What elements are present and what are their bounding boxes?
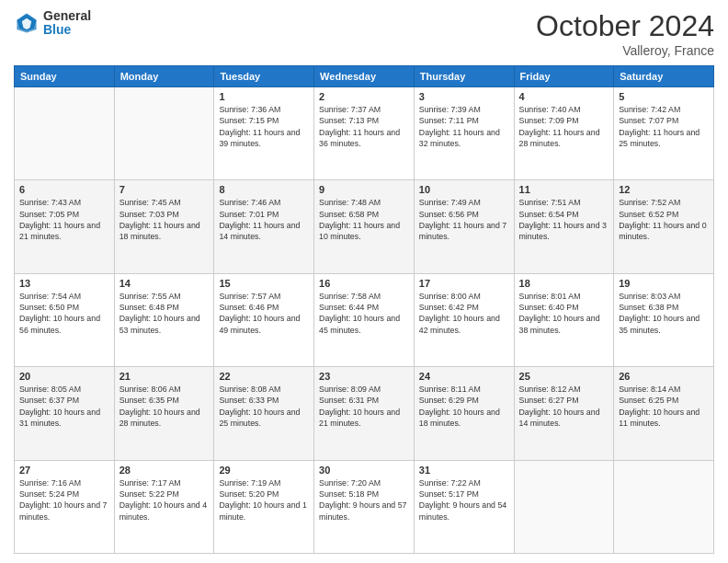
day-number: 13	[19, 278, 109, 289]
table-row: 18Sunrise: 8:01 AMSunset: 6:40 PMDayligh…	[514, 273, 614, 366]
table-row: 29Sunrise: 7:19 AMSunset: 5:20 PMDayligh…	[214, 460, 314, 553]
day-detail: Sunrise: 7:19 AMSunset: 5:20 PMDaylight:…	[219, 477, 309, 523]
day-detail: Sunrise: 7:16 AMSunset: 5:24 PMDaylight:…	[19, 477, 109, 523]
col-saturday: Saturday	[614, 66, 714, 87]
day-detail: Sunrise: 8:06 AMSunset: 6:35 PMDaylight:…	[119, 384, 210, 429]
logo-blue-text: Blue	[43, 23, 91, 37]
day-detail: Sunrise: 7:54 AMSunset: 6:50 PMDaylight:…	[19, 291, 109, 336]
day-number: 7	[119, 184, 210, 195]
location: Valleroy, France	[536, 43, 714, 58]
day-detail: Sunrise: 7:17 AMSunset: 5:22 PMDaylight:…	[119, 477, 210, 523]
day-detail: Sunrise: 7:20 AMSunset: 5:18 PMDaylight:…	[319, 477, 409, 523]
day-number: 28	[119, 465, 210, 476]
table-row: 5Sunrise: 7:42 AMSunset: 7:07 PMDaylight…	[614, 87, 714, 180]
table-row: 8Sunrise: 7:46 AMSunset: 7:01 PMDaylight…	[214, 180, 314, 273]
day-number: 11	[519, 184, 609, 195]
day-number: 3	[419, 91, 509, 102]
table-row: 23Sunrise: 8:09 AMSunset: 6:31 PMDayligh…	[314, 367, 415, 460]
table-row	[614, 460, 714, 553]
day-number: 14	[119, 278, 210, 289]
table-row	[15, 87, 115, 180]
page: General Blue October 2024 Valleroy, Fran…	[0, 0, 728, 563]
table-row: 16Sunrise: 7:58 AMSunset: 6:44 PMDayligh…	[314, 273, 415, 366]
table-row: 14Sunrise: 7:55 AMSunset: 6:48 PMDayligh…	[114, 273, 214, 366]
header-row: Sunday Monday Tuesday Wednesday Thursday…	[15, 66, 714, 87]
table-row: 9Sunrise: 7:48 AMSunset: 6:58 PMDaylight…	[314, 180, 415, 273]
calendar-week-row: 6Sunrise: 7:43 AMSunset: 7:05 PMDaylight…	[15, 180, 714, 273]
table-row: 1Sunrise: 7:36 AMSunset: 7:15 PMDaylight…	[214, 87, 314, 180]
month-title: October 2024	[536, 9, 714, 43]
day-detail: Sunrise: 8:12 AMSunset: 6:27 PMDaylight:…	[519, 384, 609, 429]
day-detail: Sunrise: 7:51 AMSunset: 6:54 PMDaylight:…	[519, 197, 609, 242]
day-number: 17	[419, 278, 509, 289]
day-detail: Sunrise: 8:00 AMSunset: 6:42 PMDaylight:…	[419, 291, 509, 336]
day-detail: Sunrise: 7:36 AMSunset: 7:15 PMDaylight:…	[219, 104, 309, 149]
day-number: 16	[319, 278, 409, 289]
day-number: 25	[519, 371, 609, 382]
day-number: 2	[319, 91, 409, 102]
day-number: 26	[619, 371, 709, 382]
day-number: 4	[519, 91, 609, 102]
table-row: 4Sunrise: 7:40 AMSunset: 7:09 PMDaylight…	[514, 87, 614, 180]
day-detail: Sunrise: 7:43 AMSunset: 7:05 PMDaylight:…	[19, 197, 109, 242]
calendar-week-row: 1Sunrise: 7:36 AMSunset: 7:15 PMDaylight…	[15, 87, 714, 180]
day-detail: Sunrise: 8:08 AMSunset: 6:33 PMDaylight:…	[219, 384, 309, 429]
table-row	[514, 460, 614, 553]
table-row: 20Sunrise: 8:05 AMSunset: 6:37 PMDayligh…	[15, 367, 115, 460]
table-row: 7Sunrise: 7:45 AMSunset: 7:03 PMDaylight…	[114, 180, 214, 273]
day-detail: Sunrise: 7:55 AMSunset: 6:48 PMDaylight:…	[119, 291, 210, 336]
logo: General Blue	[14, 9, 91, 38]
day-detail: Sunrise: 8:11 AMSunset: 6:29 PMDaylight:…	[419, 384, 509, 429]
day-number: 5	[619, 91, 709, 102]
day-detail: Sunrise: 8:14 AMSunset: 6:25 PMDaylight:…	[619, 384, 709, 429]
table-row: 2Sunrise: 7:37 AMSunset: 7:13 PMDaylight…	[314, 87, 415, 180]
day-number: 1	[219, 91, 309, 102]
day-detail: Sunrise: 7:49 AMSunset: 6:56 PMDaylight:…	[419, 197, 509, 242]
day-detail: Sunrise: 8:01 AMSunset: 6:40 PMDaylight:…	[519, 291, 609, 336]
day-detail: Sunrise: 8:05 AMSunset: 6:37 PMDaylight:…	[19, 384, 109, 429]
table-row: 13Sunrise: 7:54 AMSunset: 6:50 PMDayligh…	[15, 273, 115, 366]
table-row: 17Sunrise: 8:00 AMSunset: 6:42 PMDayligh…	[414, 273, 514, 366]
day-detail: Sunrise: 7:48 AMSunset: 6:58 PMDaylight:…	[319, 197, 409, 242]
calendar-week-row: 13Sunrise: 7:54 AMSunset: 6:50 PMDayligh…	[15, 273, 714, 366]
day-number: 21	[119, 371, 210, 382]
day-number: 8	[219, 184, 309, 195]
day-number: 24	[419, 371, 509, 382]
calendar: Sunday Monday Tuesday Wednesday Thursday…	[14, 65, 714, 554]
table-row: 21Sunrise: 8:06 AMSunset: 6:35 PMDayligh…	[114, 367, 214, 460]
table-row	[114, 87, 214, 180]
day-detail: Sunrise: 8:09 AMSunset: 6:31 PMDaylight:…	[319, 384, 409, 429]
table-row: 10Sunrise: 7:49 AMSunset: 6:56 PMDayligh…	[414, 180, 514, 273]
logo-text: General Blue	[43, 9, 91, 38]
day-number: 27	[19, 465, 109, 476]
day-number: 10	[419, 184, 509, 195]
day-detail: Sunrise: 7:46 AMSunset: 7:01 PMDaylight:…	[219, 197, 309, 242]
table-row: 22Sunrise: 8:08 AMSunset: 6:33 PMDayligh…	[214, 367, 314, 460]
col-sunday: Sunday	[15, 66, 115, 87]
day-number: 9	[319, 184, 409, 195]
col-friday: Friday	[514, 66, 614, 87]
day-detail: Sunrise: 7:39 AMSunset: 7:11 PMDaylight:…	[419, 104, 509, 149]
day-number: 31	[419, 465, 509, 476]
logo-general-text: General	[43, 9, 91, 23]
day-detail: Sunrise: 7:58 AMSunset: 6:44 PMDaylight:…	[319, 291, 409, 336]
table-row: 28Sunrise: 7:17 AMSunset: 5:22 PMDayligh…	[114, 460, 214, 553]
table-row: 12Sunrise: 7:52 AMSunset: 6:52 PMDayligh…	[614, 180, 714, 273]
table-row: 25Sunrise: 8:12 AMSunset: 6:27 PMDayligh…	[514, 367, 614, 460]
day-number: 23	[319, 371, 409, 382]
day-detail: Sunrise: 7:22 AMSunset: 5:17 PMDaylight:…	[419, 477, 509, 523]
table-row: 24Sunrise: 8:11 AMSunset: 6:29 PMDayligh…	[414, 367, 514, 460]
day-detail: Sunrise: 7:37 AMSunset: 7:13 PMDaylight:…	[319, 104, 409, 149]
day-detail: Sunrise: 8:03 AMSunset: 6:38 PMDaylight:…	[619, 291, 709, 336]
day-number: 29	[219, 465, 309, 476]
day-detail: Sunrise: 7:45 AMSunset: 7:03 PMDaylight:…	[119, 197, 210, 242]
day-detail: Sunrise: 7:40 AMSunset: 7:09 PMDaylight:…	[519, 104, 609, 149]
day-number: 22	[219, 371, 309, 382]
col-tuesday: Tuesday	[214, 66, 314, 87]
table-row: 3Sunrise: 7:39 AMSunset: 7:11 PMDaylight…	[414, 87, 514, 180]
table-row: 31Sunrise: 7:22 AMSunset: 5:17 PMDayligh…	[414, 460, 514, 553]
day-number: 19	[619, 278, 709, 289]
calendar-week-row: 27Sunrise: 7:16 AMSunset: 5:24 PMDayligh…	[15, 460, 714, 553]
day-number: 15	[219, 278, 309, 289]
calendar-week-row: 20Sunrise: 8:05 AMSunset: 6:37 PMDayligh…	[15, 367, 714, 460]
